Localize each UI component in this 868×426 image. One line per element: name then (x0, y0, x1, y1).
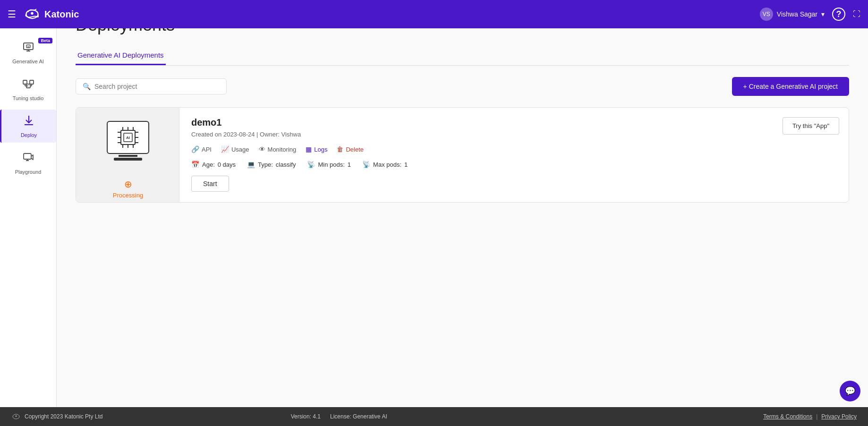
stat-type: 💻 Type: classify (247, 161, 296, 168)
type-icon: 💻 (247, 161, 255, 168)
sidebar-item-deploy[interactable]: Deploy (0, 110, 56, 143)
generative-ai-icon: AI (22, 41, 34, 56)
sidebar-item-deploy-label: Deploy (21, 132, 37, 138)
hamburger-menu-icon[interactable]: ☰ (8, 9, 16, 20)
create-project-button[interactable]: + Create a Generative AI project (732, 77, 849, 96)
try-app-button[interactable]: Try this "App" (783, 117, 839, 135)
search-icon: 🔍 (83, 83, 91, 90)
chat-bubble-button[interactable]: 💬 (840, 381, 860, 401)
api-action-link[interactable]: 🔗 API (191, 145, 212, 153)
logo-text: Katonic (44, 9, 79, 20)
search-input[interactable] (94, 83, 220, 90)
footer-copyright: Copyright 2023 Katonic Pty Ltd (25, 413, 102, 420)
tab-generative-ai-deployments[interactable]: Generative AI Deployments (76, 46, 166, 65)
header-left: ☰ Katonic (8, 6, 79, 23)
min-pods-value: 1 (348, 161, 351, 168)
beta-badge: Beta (38, 38, 52, 43)
max-pods-value: 1 (404, 161, 408, 168)
user-avatar: VS (760, 8, 773, 21)
monitoring-action-link[interactable]: 👁 Monitoring (259, 145, 297, 153)
age-icon: 📅 (191, 161, 199, 168)
card-right-section: Try this "App" (783, 108, 849, 202)
help-button[interactable]: ? (832, 8, 845, 21)
max-pods-label: Max pods: (373, 161, 401, 168)
start-button[interactable]: Start (191, 176, 229, 192)
delete-link-icon: 🗑 (337, 145, 343, 153)
sidebar-item-tuning-studio-label: Tuning studio (13, 95, 44, 101)
monitoring-link-icon: 👁 (259, 145, 265, 153)
sidebar-item-playground-label: Playground (15, 169, 42, 175)
age-value: 0 days (218, 161, 236, 168)
svg-text:AI: AI (126, 136, 130, 140)
search-box: 🔍 (76, 78, 227, 94)
card-actions: 🔗 API 📈 Usage 👁 Monitoring ▦ Logs 🗑 (191, 145, 771, 153)
user-name: Vishwa Sagar (777, 10, 817, 18)
svg-text:AI: AI (27, 45, 30, 48)
header: ☰ Katonic VS Vishwa Sagar ▾ ? ⛶ (0, 0, 868, 28)
type-value: classify (276, 161, 296, 168)
deploy-icon (23, 114, 35, 129)
usage-link-label: Usage (231, 146, 249, 153)
api-link-icon: 🔗 (191, 145, 199, 153)
processing-status: ⊕ Processing (113, 179, 143, 199)
fullscreen-button[interactable]: ⛶ (853, 10, 860, 18)
user-menu-button[interactable]: VS Vishwa Sagar ▾ (760, 8, 825, 21)
svg-point-1 (31, 12, 33, 15)
footer-left: Copyright 2023 Katonic Pty Ltd (11, 412, 102, 421)
playground-icon (22, 151, 34, 166)
chevron-down-icon: ▾ (821, 10, 825, 18)
svg-rect-15 (24, 153, 31, 159)
sidebar: Beta AI Generative AI Tuning s (0, 28, 57, 407)
footer-divider: | (816, 413, 817, 420)
tabs-container: Generative AI Deployments (76, 46, 849, 66)
processing-label: Processing (113, 192, 143, 199)
stat-max-pods: 📡 Max pods: 1 (362, 161, 408, 168)
logs-link-label: Logs (314, 146, 327, 153)
monitoring-link-label: Monitoring (268, 146, 297, 153)
usage-link-icon: 📈 (221, 145, 229, 153)
footer-logo-icon (11, 412, 21, 421)
card-stats: 📅 Age: 0 days 💻 Type: classify 📡 Min pod… (191, 161, 771, 168)
sidebar-item-playground[interactable]: Playground (0, 146, 56, 179)
chat-icon: 💬 (845, 386, 855, 396)
stat-age: 📅 Age: 0 days (191, 161, 236, 168)
terms-conditions-link[interactable]: Terms & Conditions (763, 413, 812, 420)
footer-right: Terms & Conditions | Privacy Policy (763, 413, 857, 420)
card-body: demo1 Created on 2023-08-24 | Owner: Vis… (180, 108, 783, 202)
sidebar-item-tuning-studio[interactable]: Tuning studio (0, 73, 56, 106)
sidebar-item-generative-ai[interactable]: Beta AI Generative AI (0, 36, 56, 69)
svg-rect-8 (30, 80, 34, 84)
type-label: Type: (258, 161, 273, 168)
delete-action-link[interactable]: 🗑 Delete (337, 145, 364, 153)
logs-link-icon: ▦ (306, 145, 312, 153)
min-pods-label: Min pods: (318, 161, 344, 168)
header-right: VS Vishwa Sagar ▾ ? ⛶ (760, 8, 860, 21)
svg-rect-7 (23, 80, 27, 84)
privacy-policy-link[interactable]: Privacy Policy (821, 413, 857, 420)
card-image-section: AI (76, 108, 180, 202)
processing-icon: ⊕ (124, 179, 132, 190)
svg-point-34 (16, 416, 17, 417)
logo-icon (24, 6, 41, 23)
usage-action-link[interactable]: 📈 Usage (221, 145, 249, 153)
stat-min-pods: 📡 Min pods: 1 (307, 161, 351, 168)
logs-action-link[interactable]: ▦ Logs (306, 145, 327, 153)
sidebar-item-generative-ai-label: Generative AI (12, 59, 44, 64)
api-link-label: API (202, 146, 212, 153)
deployment-card: AI (76, 107, 849, 203)
deployment-name: demo1 (191, 117, 771, 128)
max-pods-icon: 📡 (362, 161, 370, 168)
footer: Copyright 2023 Katonic Pty Ltd Version: … (0, 407, 868, 426)
footer-version: Version: 4.1 License: Generative AI (291, 413, 387, 420)
footer-license: License: Generative AI (330, 413, 387, 420)
logo: Katonic (24, 6, 79, 23)
age-label: Age: (202, 161, 215, 168)
search-action-row: 🔍 + Create a Generative AI project (76, 77, 849, 96)
main-content: Deployments Generative AI Deployments 🔍 … (57, 0, 868, 426)
ai-processor-icon: AI (116, 126, 140, 149)
tuning-studio-icon (22, 77, 34, 93)
min-pods-icon: 📡 (307, 161, 315, 168)
deployment-meta: Created on 2023-08-24 | Owner: Vishwa (191, 131, 771, 138)
delete-link-label: Delete (346, 146, 364, 153)
